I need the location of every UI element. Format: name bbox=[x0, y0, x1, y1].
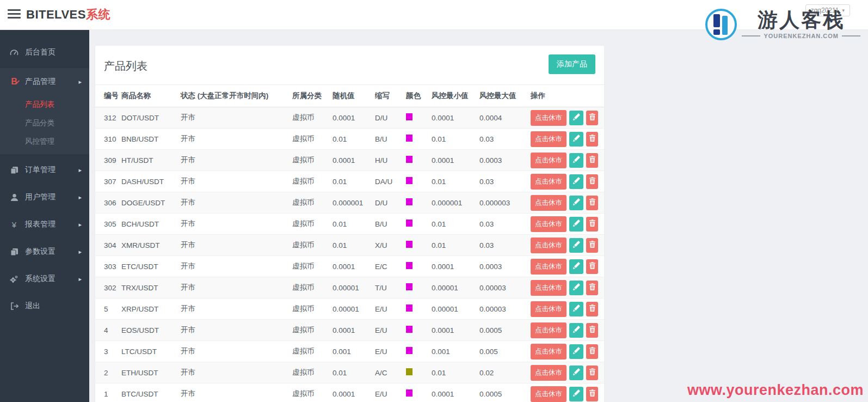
delete-button[interactable] bbox=[586, 366, 598, 380]
pencil-icon bbox=[573, 135, 580, 143]
edit-button[interactable] bbox=[569, 217, 583, 232]
color-cell bbox=[403, 192, 428, 214]
edit-button[interactable] bbox=[569, 238, 583, 253]
close-market-button[interactable]: 点击休市 bbox=[531, 280, 567, 296]
sidebar-item-报表管理[interactable]: ¥报表管理▸ bbox=[0, 211, 89, 238]
sidebar-item-系统设置[interactable]: 系统设置▸ bbox=[0, 265, 89, 293]
edit-button[interactable] bbox=[569, 323, 583, 338]
edit-button[interactable] bbox=[569, 111, 583, 125]
row-id: 302 bbox=[95, 277, 118, 299]
random-value: 0.000001 bbox=[329, 192, 372, 214]
color-cell bbox=[403, 129, 428, 150]
chevron-right-icon: ▸ bbox=[78, 78, 82, 86]
color-swatch bbox=[406, 135, 413, 142]
close-market-button[interactable]: 点击休市 bbox=[531, 386, 567, 402]
edit-button[interactable] bbox=[569, 259, 583, 274]
delete-button[interactable] bbox=[586, 196, 598, 210]
abbreviation: A/C bbox=[372, 362, 403, 383]
close-market-button[interactable]: 点击休市 bbox=[531, 365, 567, 381]
status: 开市 bbox=[177, 383, 289, 402]
table-header-row: 编号商品名称状态 (大盘正常开市时间内)所属分类随机值缩写颜色风控最小值风控最大… bbox=[95, 85, 604, 107]
random-value: 0.00001 bbox=[329, 277, 372, 299]
close-market-button[interactable]: 点击休市 bbox=[531, 216, 567, 232]
delete-button[interactable] bbox=[586, 217, 598, 232]
actions-cell: 点击休市 bbox=[527, 150, 604, 171]
delete-button[interactable] bbox=[586, 153, 598, 168]
edit-button[interactable] bbox=[569, 132, 583, 147]
category: 虚拟币 bbox=[289, 383, 329, 402]
delete-button[interactable] bbox=[586, 302, 598, 316]
close-market-button[interactable]: 点击休市 bbox=[531, 322, 567, 338]
risk-max: 0.00003 bbox=[476, 299, 527, 320]
delete-button[interactable] bbox=[586, 344, 598, 359]
sidebar-subitem-产品分类[interactable]: 产品分类 bbox=[0, 114, 89, 132]
row-id: 307 bbox=[95, 171, 118, 192]
edit-button[interactable] bbox=[569, 344, 583, 359]
random-value: 0.0001 bbox=[329, 107, 372, 129]
abbreviation: E/U bbox=[372, 299, 403, 320]
delete-button[interactable] bbox=[586, 387, 598, 401]
delete-button[interactable] bbox=[586, 132, 598, 147]
sidebar-subitem-风控管理[interactable]: 风控管理 bbox=[0, 132, 89, 151]
edit-button[interactable] bbox=[569, 387, 583, 401]
product-name: BCH/USDT bbox=[118, 214, 177, 235]
delete-button[interactable] bbox=[586, 259, 598, 274]
sidebar-group-产品管理: B̷产品管理▸产品列表产品分类风控管理 bbox=[0, 68, 89, 154]
table-row: 310BNB/USDT开市虚拟币0.01B/U0.010.03点击休市 bbox=[95, 129, 604, 150]
pencil-icon bbox=[573, 156, 580, 165]
edit-button[interactable] bbox=[569, 302, 583, 316]
close-market-button[interactable]: 点击休市 bbox=[531, 195, 567, 211]
risk-max: 0.005 bbox=[476, 341, 527, 362]
sidebar-item-用户管理[interactable]: 用户管理▸ bbox=[0, 184, 89, 211]
risk-max: 0.00003 bbox=[476, 277, 527, 299]
edit-button[interactable] bbox=[569, 281, 583, 295]
delete-button[interactable] bbox=[586, 111, 598, 125]
status: 开市 bbox=[177, 320, 289, 341]
add-product-button[interactable]: 添加产品 bbox=[549, 54, 595, 74]
risk-min: 0.01 bbox=[428, 235, 476, 256]
close-market-button[interactable]: 点击休市 bbox=[531, 153, 567, 168]
risk-min: 0.00001 bbox=[428, 277, 476, 299]
risk-min: 0.0001 bbox=[428, 320, 476, 341]
table-row: 303ETC/USDT开市虚拟币0.0001E/C0.00010.0003点击休… bbox=[95, 256, 604, 277]
edit-button[interactable] bbox=[569, 196, 583, 210]
user-dropdown[interactable]: zgq20211 ▾ bbox=[805, 4, 850, 16]
column-header: 颜色 bbox=[403, 85, 428, 107]
actions-cell: 点击休市 bbox=[527, 129, 604, 150]
logout-icon bbox=[8, 302, 21, 310]
sidebar-item-退出[interactable]: 退出 bbox=[0, 293, 89, 320]
edit-button[interactable] bbox=[569, 174, 583, 189]
color-swatch bbox=[406, 177, 413, 184]
close-market-button[interactable]: 点击休市 bbox=[531, 174, 567, 190]
edit-button[interactable] bbox=[569, 153, 583, 168]
dashboard-icon bbox=[8, 48, 21, 56]
sidebar-item-后台首页[interactable]: 后台首页 bbox=[0, 39, 89, 66]
product-name: DOT/USDT bbox=[118, 107, 177, 129]
brand-text: BITELVES bbox=[26, 8, 86, 21]
sidebar-item-参数设置[interactable]: 参数设置▸ bbox=[0, 238, 89, 265]
close-market-button[interactable]: 点击休市 bbox=[531, 259, 567, 275]
sidebar-item-产品管理[interactable]: B̷产品管理▸ bbox=[0, 68, 89, 95]
table-row: 1BTC/USDT开市虚拟币0.0001E/U0.00010.0005点击休市 bbox=[95, 383, 604, 402]
column-header: 缩写 bbox=[372, 85, 403, 107]
close-market-button[interactable]: 点击休市 bbox=[531, 344, 567, 360]
delete-button[interactable] bbox=[586, 238, 598, 253]
status: 开市 bbox=[177, 256, 289, 277]
sidebar-item-订单管理[interactable]: 订单管理▸ bbox=[0, 156, 89, 184]
abbreviation: B/U bbox=[372, 214, 403, 235]
color-cell bbox=[403, 214, 428, 235]
close-market-button[interactable]: 点击休市 bbox=[531, 131, 567, 147]
close-market-button[interactable]: 点击休市 bbox=[531, 301, 567, 317]
delete-button[interactable] bbox=[586, 281, 598, 295]
delete-button[interactable] bbox=[586, 174, 598, 189]
delete-button[interactable] bbox=[586, 323, 598, 338]
pencil-icon bbox=[573, 283, 580, 292]
chevron-right-icon: ▸ bbox=[78, 276, 82, 283]
sidebar-subitem-产品列表[interactable]: 产品列表 bbox=[0, 95, 89, 114]
category: 虚拟币 bbox=[289, 256, 329, 277]
close-market-button[interactable]: 点击休市 bbox=[531, 237, 567, 253]
edit-button[interactable] bbox=[569, 366, 583, 380]
actions-cell: 点击休市 bbox=[527, 362, 604, 383]
hamburger-menu-icon[interactable] bbox=[8, 9, 21, 20]
close-market-button[interactable]: 点击休市 bbox=[531, 110, 567, 126]
